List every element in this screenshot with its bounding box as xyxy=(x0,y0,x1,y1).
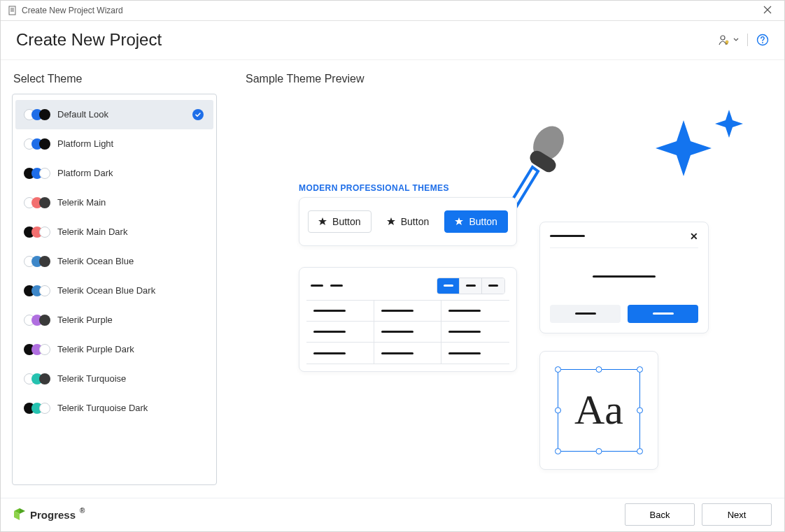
preview-dialog-card: ✕ xyxy=(539,222,709,333)
theme-item[interactable]: Telerik Main Dark xyxy=(15,217,213,247)
theme-swatch xyxy=(24,285,50,296)
theme-swatch xyxy=(24,344,50,355)
star-icon xyxy=(318,217,327,226)
preview-dialog-primary[interactable] xyxy=(628,305,698,323)
help-button[interactable] xyxy=(756,34,769,46)
back-button[interactable]: Back xyxy=(625,503,695,526)
theme-label: Telerik Main Dark xyxy=(57,227,204,237)
preview-button-primary[interactable]: Button xyxy=(444,210,507,233)
theme-swatch xyxy=(24,227,50,238)
preview-dialog-secondary[interactable] xyxy=(550,305,621,323)
svg-rect-0 xyxy=(9,6,15,15)
aa-sample: Aa xyxy=(574,386,623,434)
sidebar-title: Select Theme xyxy=(13,73,217,85)
preview-dialog-close[interactable]: ✕ xyxy=(690,231,698,242)
preview-section-label: MODERN PROFESSIONAL THEMES xyxy=(299,183,449,193)
theme-item[interactable]: Telerik Ocean Blue Dark xyxy=(15,276,213,305)
preview-button-flat[interactable]: Button xyxy=(377,211,439,232)
theme-item[interactable]: Platform Dark xyxy=(15,159,213,188)
window-close-button[interactable] xyxy=(758,2,777,19)
theme-swatch xyxy=(24,373,50,384)
check-icon xyxy=(192,109,204,120)
selection-rect[interactable]: Aa xyxy=(558,369,640,452)
theme-label: Telerik Purple xyxy=(57,315,204,325)
svg-rect-12 xyxy=(528,148,559,175)
preview-grid-card xyxy=(299,267,517,372)
theme-item[interactable]: Default Look xyxy=(15,100,213,129)
theme-list: Default LookPlatform LightPlatform DarkT… xyxy=(12,94,217,485)
preview-title: Sample Theme Preview xyxy=(246,73,768,85)
theme-item[interactable]: Telerik Ocean Blue xyxy=(15,247,213,276)
svg-point-6 xyxy=(721,36,725,40)
theme-swatch xyxy=(24,138,50,150)
theme-swatch xyxy=(24,315,50,326)
theme-label: Telerik Main xyxy=(57,197,204,208)
theme-swatch xyxy=(24,109,50,120)
theme-item[interactable]: Telerik Purple Dark xyxy=(15,335,213,364)
theme-item[interactable]: Telerik Turquoise xyxy=(15,364,213,394)
preview-buttons-card: Button Button Button xyxy=(299,197,517,246)
account-dropdown[interactable] xyxy=(718,34,739,46)
theme-item[interactable]: Telerik Purple xyxy=(15,305,213,335)
theme-swatch xyxy=(24,256,50,267)
page-title: Create New Project xyxy=(16,30,162,50)
theme-label: Telerik Purple Dark xyxy=(57,344,204,354)
theme-item[interactable]: Telerik Turquoise Dark xyxy=(15,394,213,423)
star-icon xyxy=(455,217,463,226)
theme-swatch xyxy=(24,197,50,208)
theme-swatch xyxy=(24,168,50,179)
window-title: Create New Project Wizard xyxy=(22,6,123,15)
theme-label: Platform Dark xyxy=(57,168,204,178)
preview-button-outlined[interactable]: Button xyxy=(308,210,371,233)
preview-area: MODERN PROFESSIONAL THEMES Button Button… xyxy=(246,99,768,477)
sparkle-icon xyxy=(642,99,761,197)
theme-label: Telerik Turquoise xyxy=(57,373,204,384)
theme-swatch xyxy=(24,403,50,414)
preview-segmented[interactable] xyxy=(437,278,505,294)
theme-label: Telerik Turquoise Dark xyxy=(57,403,204,413)
svg-point-11 xyxy=(527,124,570,166)
progress-logo: Progress® xyxy=(13,508,85,522)
app-icon xyxy=(8,6,17,15)
star-icon xyxy=(387,217,395,226)
theme-label: Platform Light xyxy=(57,138,204,149)
theme-label: Telerik Ocean Blue xyxy=(57,256,204,266)
theme-label: Telerik Ocean Blue Dark xyxy=(57,285,204,296)
theme-item[interactable]: Telerik Main xyxy=(15,188,213,217)
svg-point-10 xyxy=(762,42,763,43)
preview-typography-card: Aa xyxy=(539,351,658,470)
next-button[interactable]: Next xyxy=(702,503,772,526)
theme-item[interactable]: Platform Light xyxy=(15,129,213,159)
theme-label: Default Look xyxy=(57,109,192,120)
